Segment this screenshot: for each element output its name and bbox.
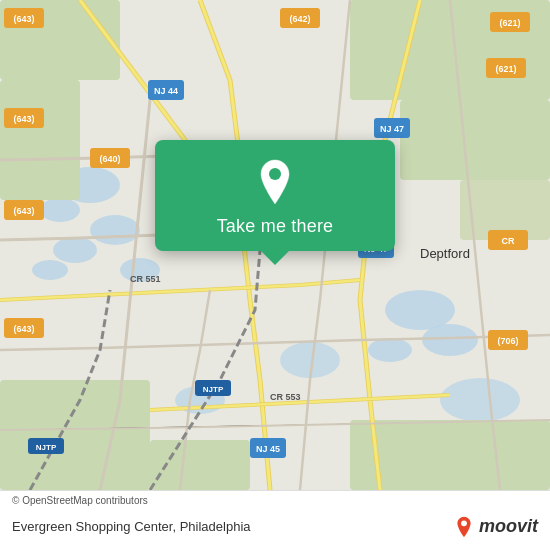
svg-text:CR: CR [502, 236, 515, 246]
svg-point-9 [368, 338, 412, 362]
take-me-there-button[interactable]: Take me there [217, 216, 334, 237]
svg-point-57 [461, 520, 467, 526]
moovit-text: moovit [479, 516, 538, 537]
moovit-logo: moovit [453, 516, 538, 538]
svg-point-7 [385, 290, 455, 330]
osm-attribution: © OpenStreetMap contributors [12, 495, 148, 506]
svg-rect-14 [0, 80, 80, 200]
svg-text:(642): (642) [289, 14, 310, 24]
svg-rect-16 [400, 100, 550, 180]
svg-point-11 [440, 378, 520, 422]
svg-text:NJTP: NJTP [36, 443, 57, 452]
location-label: Evergreen Shopping Center, Philadelphia [12, 519, 251, 534]
svg-point-4 [53, 237, 97, 263]
location-pin-icon [251, 158, 299, 206]
svg-text:(640): (640) [99, 154, 120, 164]
svg-rect-18 [0, 380, 150, 490]
svg-text:(621): (621) [495, 64, 516, 74]
svg-text:CR 553: CR 553 [270, 392, 301, 402]
svg-point-2 [40, 198, 80, 222]
svg-text:(621): (621) [499, 18, 520, 28]
svg-text:(643): (643) [13, 114, 34, 124]
svg-text:(643): (643) [13, 206, 34, 216]
location-info: Evergreen Shopping Center, Philadelphia … [12, 516, 538, 538]
svg-point-5 [32, 260, 68, 280]
navigation-popup[interactable]: Take me there [155, 140, 395, 251]
moovit-pin-icon [453, 516, 475, 538]
bottom-bar: © OpenStreetMap contributors Evergreen S… [0, 490, 550, 550]
map-container: NJ 44 NJ 47 NJ 47 NJ 45 CR 551 CR 553 (6… [0, 0, 550, 490]
svg-text:(706): (706) [497, 336, 518, 346]
svg-point-3 [90, 215, 140, 245]
svg-point-56 [269, 168, 281, 180]
svg-text:NJTP: NJTP [203, 385, 224, 394]
svg-text:NJ 45: NJ 45 [256, 444, 280, 454]
svg-point-8 [422, 324, 478, 356]
svg-text:CR 551: CR 551 [130, 274, 161, 284]
svg-text:NJ 44: NJ 44 [154, 86, 178, 96]
svg-text:(643): (643) [13, 14, 34, 24]
svg-text:Deptford: Deptford [420, 246, 470, 261]
svg-text:(643): (643) [13, 324, 34, 334]
svg-text:NJ 47: NJ 47 [380, 124, 404, 134]
